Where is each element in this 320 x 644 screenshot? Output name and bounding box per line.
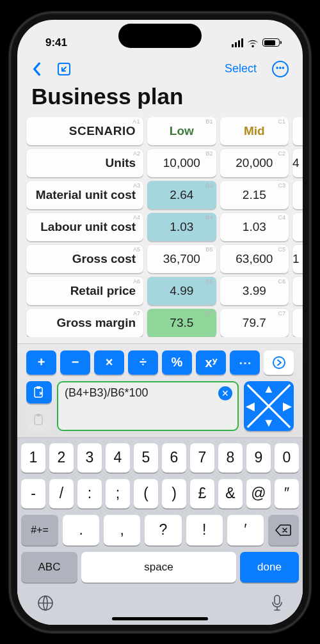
key-lparen[interactable]: ( [134, 479, 158, 508]
mic-icon[interactable] [271, 594, 284, 615]
cell-d7[interactable] [292, 309, 303, 337]
arrow-pad[interactable]: ▲ ▼ ◀ ▶ [244, 381, 294, 431]
more-button[interactable]: ••• [272, 61, 289, 77]
key-6[interactable]: 6 [162, 443, 186, 473]
key-colon[interactable]: : [77, 479, 102, 508]
cell-b7[interactable]: 73.5B7 [147, 309, 216, 337]
cell-a5[interactable]: Gross costA5 [26, 245, 143, 273]
op-percent[interactable]: % [162, 350, 192, 375]
cell-b2[interactable]: 10,000B2 [147, 149, 216, 177]
cell-a7[interactable]: Gross marginA7 [26, 309, 143, 337]
arrow-down-icon[interactable]: ▼ [263, 416, 275, 430]
svg-rect-7 [275, 595, 280, 604]
arrow-right-icon[interactable]: ▶ [283, 399, 292, 413]
cell-d4[interactable] [292, 213, 303, 241]
key-4[interactable]: 4 [106, 443, 130, 473]
key-1[interactable]: 1 [21, 443, 45, 473]
status-time: 9:41 [45, 36, 67, 49]
nav-bar: Select ••• [17, 57, 303, 84]
battery-icon [262, 38, 280, 47]
dynamic-island [118, 24, 202, 48]
key-7[interactable]: 7 [190, 443, 214, 473]
svg-rect-3 [36, 386, 40, 389]
key-squote[interactable]: ′ [227, 515, 264, 546]
svg-rect-4 [35, 415, 42, 425]
key-period[interactable]: . [63, 515, 99, 546]
op-minus[interactable]: − [60, 350, 90, 375]
key-semi[interactable]: ; [106, 479, 130, 508]
key-space[interactable]: space [81, 552, 236, 583]
cell-c4[interactable]: 1.03C4 [220, 213, 289, 241]
key-dquote[interactable]: ″ [275, 479, 299, 508]
op-plus[interactable]: + [26, 350, 56, 375]
cell-d5[interactable]: 1 [292, 245, 303, 273]
clear-formula-icon[interactable]: ✕ [218, 386, 232, 400]
key-rparen[interactable]: ) [162, 479, 186, 508]
back-button[interactable] [31, 62, 42, 76]
paste-button[interactable] [26, 381, 52, 404]
key-dash[interactable]: - [21, 479, 45, 508]
cell-d2[interactable]: 4 [292, 149, 303, 177]
screen: 9:41 Select ••• [17, 20, 303, 625]
cell-d6[interactable] [292, 277, 303, 305]
cell-c1[interactable]: Mid C1 [220, 117, 289, 145]
op-times[interactable]: × [94, 350, 124, 375]
cell-d3[interactable] [292, 181, 303, 209]
key-amp[interactable]: & [218, 479, 243, 508]
paste-button-disabled [26, 409, 52, 431]
keyboard: 1 2 3 4 5 6 7 8 9 0 - / : ; ( ) £ & @ [17, 437, 303, 625]
formula-input[interactable]: (B4+B3)/B6*100 ✕ [57, 381, 239, 431]
key-abc[interactable]: ABC [21, 552, 77, 583]
svg-rect-2 [35, 388, 42, 397]
home-indicator[interactable] [112, 617, 208, 620]
key-at[interactable]: @ [246, 479, 271, 508]
key-excl[interactable]: ! [186, 515, 223, 546]
cell-a4[interactable]: Labour unit costA4 [26, 213, 143, 241]
cellular-icon [232, 38, 243, 47]
key-9[interactable]: 9 [246, 443, 271, 473]
op-advance[interactable] [264, 350, 294, 375]
cell-a3[interactable]: Material unit costA3 [26, 181, 143, 209]
cell-d1[interactable] [292, 117, 303, 145]
op-power[interactable]: xʸ [196, 350, 226, 375]
key-2[interactable]: 2 [49, 443, 74, 473]
cell-b6[interactable]: 4.99B6 [147, 277, 216, 305]
key-0[interactable]: 0 [275, 443, 299, 473]
cell-c6[interactable]: 3.99C6 [220, 277, 289, 305]
cell-b4[interactable]: 1.03B4 [147, 213, 216, 241]
formula-toolbar: + − × ÷ % xʸ ⋯ [17, 343, 303, 437]
arrow-left-icon[interactable]: ◀ [246, 399, 255, 413]
cell-b5[interactable]: 36,700B5 [147, 245, 216, 273]
op-more[interactable]: ⋯ [230, 350, 260, 375]
op-divide[interactable]: ÷ [128, 350, 158, 375]
cell-c7[interactable]: 79.7C7 [220, 309, 289, 337]
cell-b3[interactable]: 2.64B3 [147, 181, 216, 209]
cell-b1[interactable]: Low B1 [147, 117, 216, 145]
key-slash[interactable]: / [49, 479, 74, 508]
cell-c5[interactable]: 63,600C5 [220, 245, 289, 273]
svg-rect-5 [36, 414, 40, 416]
spreadsheet: SCENARIO A1 Low B1 Mid C1 UnitsA2 10,000… [17, 117, 303, 337]
select-button[interactable]: Select [225, 62, 257, 75]
formula-text: (B4+B3)/B6*100 [65, 386, 148, 399]
globe-icon[interactable] [36, 594, 54, 615]
cell-a1[interactable]: SCENARIO A1 [26, 117, 143, 145]
key-done[interactable]: done [240, 552, 299, 583]
key-qmark[interactable]: ? [145, 515, 181, 546]
key-comma[interactable]: , [104, 515, 140, 546]
svg-point-1 [273, 357, 285, 368]
expand-icon[interactable] [57, 62, 71, 76]
phone-frame: 9:41 Select ••• [10, 12, 310, 632]
arrow-up-icon[interactable]: ▲ [263, 382, 275, 396]
key-pound[interactable]: £ [190, 479, 214, 508]
key-backspace[interactable] [268, 515, 299, 546]
cell-c3[interactable]: 2.15C3 [220, 181, 289, 209]
page-title: Business plan [17, 84, 303, 117]
key-5[interactable]: 5 [134, 443, 158, 473]
cell-a6[interactable]: Retail priceA6 [26, 277, 143, 305]
cell-c2[interactable]: 20,000C2 [220, 149, 289, 177]
key-3[interactable]: 3 [77, 443, 102, 473]
key-8[interactable]: 8 [218, 443, 243, 473]
key-symbols-switch[interactable]: #+= [21, 515, 58, 546]
cell-a2[interactable]: UnitsA2 [26, 149, 143, 177]
